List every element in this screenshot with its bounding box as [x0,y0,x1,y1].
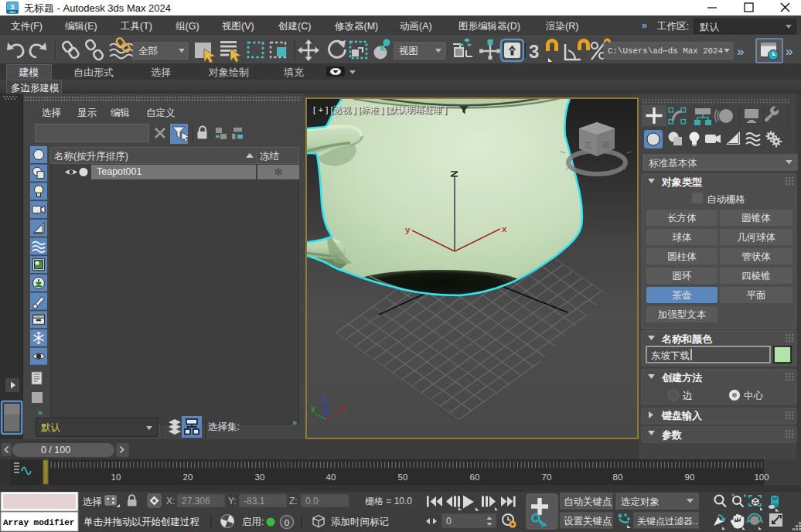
svg-text:选择: 选择 [83,496,102,507]
svg-text:y: y [311,404,315,413]
svg-text:x: x [341,404,346,413]
svg-text:圆环: 圆环 [673,271,693,281]
svg-text:栅格 = 10.0: 栅格 = 10.0 [365,496,412,506]
svg-text:键盘输入: 键盘输入 [661,410,703,421]
svg-text:10: 10 [111,472,121,482]
svg-text:Array modifier: Array modifier [3,518,74,527]
svg-text:0 / 100: 0 / 100 [41,445,70,455]
svg-text:40: 40 [326,472,336,482]
svg-text:[ + ] [透视 ] [标准 ] [默认明暗处理 ]: [ + ] [透视 ] [标准 ] [默认明暗处理 ] [313,105,447,114]
svg-text:-83.1: -83.1 [244,496,265,506]
svg-text:球体: 球体 [673,232,693,243]
svg-text:参数: 参数 [661,429,682,441]
svg-text:自动关键点: 自动关键点 [564,496,612,507]
svg-text:»: » [786,44,792,59]
svg-text:长方体: 长方体 [667,213,697,223]
svg-text:对象类型: 对象类型 [661,176,702,188]
svg-text:60: 60 [470,472,480,482]
svg-text:MAX: MAX [9,10,16,14]
svg-text:茶壶: 茶壶 [673,290,692,301]
svg-text:创建方法: 创建方法 [661,372,703,384]
svg-text:Y:: Y: [228,496,237,506]
svg-text:y: y [405,225,411,234]
svg-text:管状体: 管状体 [741,251,771,262]
svg-text:0: 0 [285,518,289,527]
svg-text:自动栅格: 自动栅格 [707,194,745,205]
svg-text:前: 前 [602,141,610,149]
svg-text:70: 70 [542,472,552,482]
svg-text:圆锥体: 圆锥体 [741,213,771,223]
svg-text:27.306: 27.306 [182,496,210,506]
svg-text:0.0: 0.0 [305,496,319,506]
svg-text:圆柱体: 圆柱体 [667,251,697,262]
svg-text:设置关键点: 设置关键点 [564,516,612,527]
svg-text:选定对象: 选定对象 [621,496,660,507]
svg-text:100: 100 [754,472,769,482]
svg-text:»: » [737,44,744,59]
svg-text:添加时间标记: 添加时间标记 [331,517,389,527]
svg-text:x: x [502,224,507,234]
svg-text:0: 0 [446,516,452,527]
svg-text:Z:: Z: [289,496,298,506]
svg-text:几何球体: 几何球体 [737,232,776,243]
svg-text:四棱锥: 四棱锥 [741,271,771,281]
svg-text:启用:: 启用: [242,517,264,527]
svg-text:关键点过滤器..: 关键点过滤器.. [637,516,698,527]
svg-text:视图: 视图 [399,46,418,56]
svg-text:90: 90 [685,472,695,482]
svg-text:东坡下载: 东坡下载 [651,350,690,361]
svg-text:中心: 中心 [744,390,764,401]
svg-text:名称和颜色: 名称和颜色 [661,333,713,345]
svg-text:50: 50 [398,472,408,482]
svg-text:X:: X: [166,496,175,506]
svg-text:80: 80 [613,472,623,482]
svg-text:20: 20 [183,472,193,482]
svg-text:3: 3 [529,41,539,62]
svg-text:加强型文本: 加强型文本 [658,309,707,320]
svg-text:左: 左 [585,141,592,149]
svg-text:单击并拖动以开始创建过程: 单击并拖动以开始创建过程 [84,517,199,527]
svg-text:z: z [322,394,326,403]
svg-text:30: 30 [255,472,265,482]
svg-text:边: 边 [683,390,693,401]
svg-text:全部: 全部 [138,46,158,56]
svg-text:标准基本体: 标准基本体 [649,158,697,169]
svg-text:平面: 平面 [747,290,766,301]
svg-text:C:\Users\ad⋯ds Max 2024: C:\Users\ad⋯ds Max 2024 [608,46,723,56]
